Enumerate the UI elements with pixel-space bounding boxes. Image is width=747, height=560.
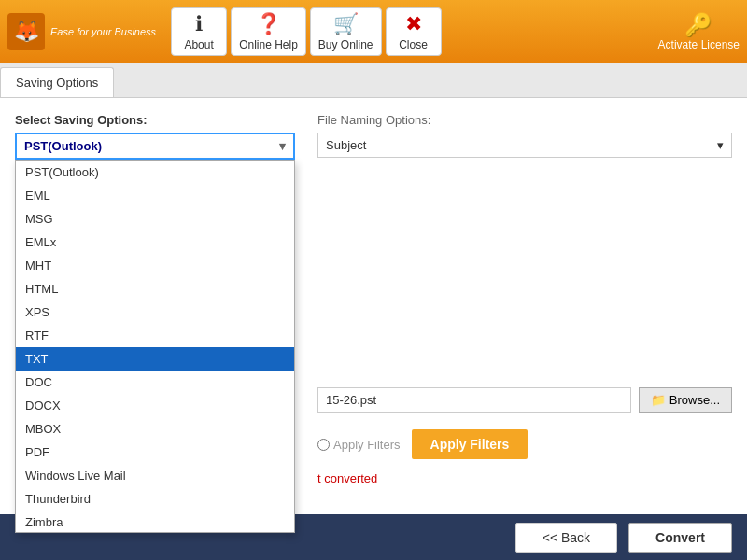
about-label: About: [184, 38, 213, 51]
apply-filters-radio[interactable]: [317, 439, 330, 451]
convert-button[interactable]: Convert: [628, 523, 732, 553]
apply-filters-button[interactable]: Apply Filters: [412, 429, 529, 459]
dropdown-list: PST(Outlook)EMLMSGEMLxMHTHTMLXPSRTFTXTDO…: [15, 160, 295, 533]
dropdown-item-xps[interactable]: XPS: [16, 301, 294, 324]
dropdown-item-zimbra[interactable]: Zimbra: [16, 511, 294, 533]
apply-filters-radio-text: Apply Filters: [333, 438, 401, 452]
buy-online-label: Buy Online: [318, 38, 374, 51]
buy-online-icon: 🛒: [333, 12, 359, 36]
dropdown-item-mbox[interactable]: MBOX: [16, 417, 294, 441]
dropdown-selected-value: PST(Outlook): [24, 139, 102, 153]
file-naming-select[interactable]: Subject ▾: [317, 133, 732, 158]
close-button[interactable]: ✖ Close: [386, 7, 442, 56]
online-help-icon: ❓: [256, 12, 281, 36]
main-content: Select Saving Options: PST(Outlook) ▾ PS…: [0, 98, 747, 560]
dropdown-item-windows-live-mail[interactable]: Windows Live Mail: [16, 464, 294, 487]
tab-bar: Saving Options: [0, 63, 747, 98]
activate-license-label: Activate License: [658, 38, 740, 51]
browse-icon: 📁: [651, 393, 666, 407]
dropdown-item-pst[interactable]: PST(Outlook): [16, 161, 294, 184]
filters-row: Apply Filters Apply Filters: [317, 429, 732, 459]
dropdown-item-emlx[interactable]: EMLx: [16, 231, 294, 254]
apply-filters-radio-label[interactable]: Apply Filters: [317, 438, 401, 452]
about-button[interactable]: ℹ About: [171, 7, 227, 56]
dropdown-item-docx[interactable]: DOCX: [16, 394, 294, 417]
logo-text: Ease for your Business: [50, 26, 156, 37]
about-icon: ℹ: [195, 12, 203, 36]
buy-online-button[interactable]: 🛒 Buy Online: [310, 7, 382, 56]
browse-button[interactable]: 📁 Browse...: [639, 387, 732, 413]
dropdown-item-rtf[interactable]: RTF: [16, 324, 294, 347]
file-naming-arrow-icon: ▾: [717, 138, 724, 152]
dropdown-item-pdf[interactable]: PDF: [16, 441, 294, 464]
browse-button-label: Browse...: [669, 393, 720, 407]
close-icon: ✖: [405, 12, 422, 36]
header-bar: 🦊 Ease for your Business ℹ About ❓ Onlin…: [0, 0, 747, 63]
file-naming-selected: Subject: [326, 138, 366, 152]
dropdown-item-msg[interactable]: MSG: [16, 207, 294, 231]
dropdown-item-txt[interactable]: TXT: [16, 347, 294, 371]
dropdown-arrow-icon: ▾: [279, 139, 286, 153]
online-help-label: Online Help: [239, 38, 298, 51]
dropdown-item-html[interactable]: HTML: [16, 277, 294, 301]
file-naming-section: File Naming Options: Subject ▾: [317, 113, 732, 158]
dropdown-item-mht[interactable]: MHT: [16, 254, 294, 277]
status-text: t converted: [317, 471, 377, 485]
file-naming-label: File Naming Options:: [317, 113, 732, 127]
dropdown-item-eml[interactable]: EML: [16, 184, 294, 207]
activate-license-button[interactable]: 🔑 Activate License: [658, 12, 740, 51]
dropdown-trigger[interactable]: PST(Outlook) ▾: [15, 133, 295, 160]
toolbar-buttons: ℹ About ❓ Online Help 🛒 Buy Online ✖ Clo…: [171, 7, 441, 56]
back-button[interactable]: << Back: [515, 523, 617, 553]
tab-saving-options[interactable]: Saving Options: [0, 67, 114, 97]
logo-icon: 🦊: [7, 13, 45, 50]
close-label: Close: [399, 38, 428, 51]
online-help-button[interactable]: ❓ Online Help: [231, 7, 306, 56]
dropdown-item-thunderbird[interactable]: Thunderbird: [16, 487, 294, 511]
key-icon: 🔑: [684, 12, 712, 38]
browse-row: 📁 Browse...: [317, 387, 732, 413]
dropdown-item-doc[interactable]: DOC: [16, 371, 294, 394]
browse-input[interactable]: [317, 387, 631, 413]
logo: 🦊 Ease for your Business: [7, 13, 156, 50]
saving-options-dropdown[interactable]: PST(Outlook) ▾ PST(Outlook)EMLMSGEMLxMHT…: [15, 133, 295, 160]
